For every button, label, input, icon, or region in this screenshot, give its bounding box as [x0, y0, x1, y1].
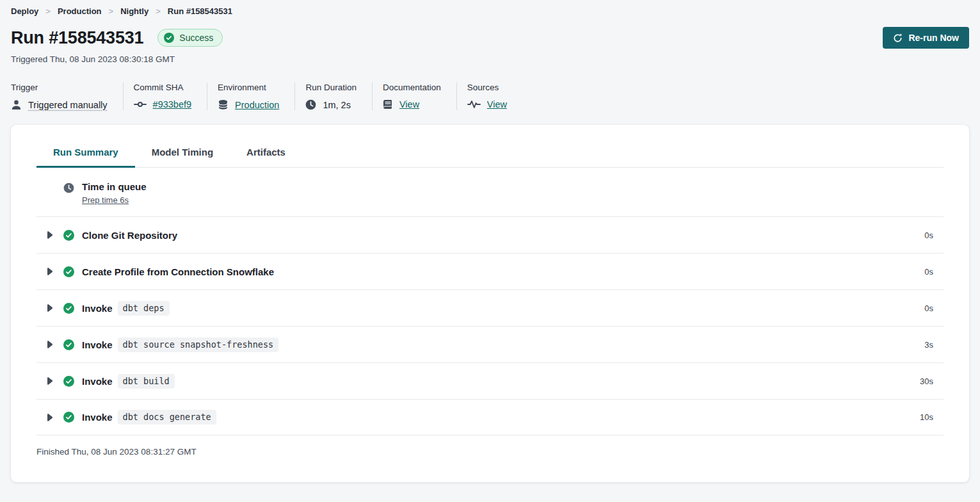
step-name: Invoke [82, 303, 113, 314]
steps-list: Clone Git Repository 0s Create Profile f… [36, 216, 944, 435]
rerun-now-button[interactable]: Re-run Now [883, 27, 969, 49]
header: Run #158543531 Success Re-run Now [11, 27, 969, 49]
step-command: dbt deps [118, 301, 170, 316]
rerun-now-label: Re-run Now [908, 33, 959, 43]
meta-run-duration: Run Duration 1m, 2s [294, 83, 372, 110]
expand-caret-icon[interactable] [47, 341, 52, 348]
step-command: dbt build [118, 374, 175, 389]
status-badge: Success [157, 29, 223, 47]
finished-timestamp: Finished Thu, 08 Jun 2023 08:31:27 GMT [36, 435, 944, 457]
refresh-icon [893, 33, 903, 43]
meta-documentation: Documentation View [372, 83, 456, 110]
success-check-icon [63, 339, 74, 350]
success-check-icon [164, 33, 174, 43]
run-summary-card: Run Summary Model Timing Artifacts Time … [11, 125, 969, 482]
success-check-icon [63, 266, 74, 277]
meta-documentation-label: Documentation [383, 83, 441, 92]
meta-commit-label: Commit SHA [134, 83, 191, 92]
tab-artifacts[interactable]: Artifacts [230, 141, 302, 168]
success-check-icon [63, 376, 74, 387]
step-duration: 3s [924, 340, 933, 350]
sources-view-link[interactable]: View [487, 99, 507, 109]
meta-trigger-label: Trigger [11, 83, 108, 92]
step-name: Invoke [82, 412, 113, 423]
expand-caret-icon[interactable] [47, 414, 52, 421]
run-meta-strip: Trigger Triggered manually Commit SHA #9… [11, 83, 969, 110]
meta-commit-sha: Commit SHA #933bef9 [123, 83, 207, 110]
time-in-queue-block: Time in queue Prep time 6s [36, 168, 944, 216]
meta-trigger: Trigger Triggered manually [11, 83, 123, 110]
breadcrumb-item-current-run: Run #158543531 [168, 6, 232, 16]
book-icon [383, 99, 393, 109]
run-duration-value: 1m, 2s [323, 100, 351, 110]
step-duration: 0s [924, 304, 933, 313]
step-name: Clone Git Repository [82, 230, 177, 241]
triggered-timestamp: Triggered Thu, 08 Jun 2023 08:30:18 GMT [11, 54, 969, 64]
step-row[interactable]: Invoke dbt docs generate 10s [36, 399, 944, 435]
step-duration: 10s [920, 412, 933, 422]
meta-duration-label: Run Duration [305, 83, 357, 92]
tab-run-summary[interactable]: Run Summary [36, 141, 135, 168]
expand-caret-icon[interactable] [47, 268, 52, 275]
meta-environment-label: Environment [218, 83, 279, 92]
queue-clock-icon [63, 182, 74, 193]
breadcrumb-item-production[interactable]: Production [58, 6, 102, 16]
step-name: Create Profile from Connection Snowflake [82, 266, 274, 277]
breadcrumb-separator: > [156, 6, 161, 16]
queue-title: Time in queue [82, 181, 147, 192]
documentation-view-link[interactable]: View [399, 99, 419, 109]
meta-sources-label: Sources [467, 83, 507, 92]
breadcrumb: Deploy > Production > Nightly > Run #158… [11, 6, 969, 16]
success-check-icon [63, 303, 74, 314]
breadcrumb-item-nightly[interactable]: Nightly [120, 6, 149, 16]
step-duration: 30s [920, 376, 933, 386]
step-command: dbt source snapshot-freshness [118, 337, 279, 352]
success-check-icon [63, 412, 74, 423]
breadcrumb-separator: > [45, 6, 51, 16]
meta-environment: Environment Production [207, 83, 294, 110]
expand-caret-icon[interactable] [47, 231, 52, 239]
step-row[interactable]: Invoke dbt build 30s [36, 362, 944, 399]
step-command: dbt docs generate [118, 410, 216, 425]
breadcrumb-item-deploy[interactable]: Deploy [11, 6, 38, 16]
step-row[interactable]: Clone Git Repository 0s [36, 216, 944, 253]
step-row[interactable]: Create Profile from Connection Snowflake… [36, 253, 944, 289]
expand-caret-icon[interactable] [47, 304, 52, 312]
breadcrumb-separator: > [109, 6, 114, 16]
commit-sha-link[interactable]: #933bef9 [153, 99, 191, 109]
status-badge-label: Success [179, 33, 213, 43]
expand-caret-icon[interactable] [47, 377, 52, 385]
step-row[interactable]: Invoke dbt source snapshot-freshness 3s [36, 326, 944, 362]
run-detail-page: Deploy > Production > Nightly > Run #158… [0, 0, 980, 482]
environment-link[interactable]: Production [235, 100, 279, 110]
step-duration: 0s [924, 267, 933, 277]
trigger-value[interactable]: Triggered manually [28, 100, 108, 110]
person-icon [11, 99, 22, 110]
success-check-icon [63, 230, 74, 241]
tabs: Run Summary Model Timing Artifacts [36, 141, 944, 168]
clock-icon [305, 99, 316, 110]
page-title: Run #158543531 [11, 28, 143, 48]
step-row[interactable]: Invoke dbt deps 0s [36, 289, 944, 326]
prep-time-link[interactable]: Prep time 6s [82, 195, 129, 205]
pulse-icon [467, 100, 481, 109]
commit-icon [134, 101, 147, 108]
step-duration: 0s [924, 231, 933, 240]
step-name: Invoke [82, 376, 113, 387]
step-name: Invoke [82, 339, 113, 350]
tab-model-timing[interactable]: Model Timing [135, 141, 230, 168]
meta-sources: Sources View [456, 83, 522, 110]
database-icon [218, 99, 229, 110]
